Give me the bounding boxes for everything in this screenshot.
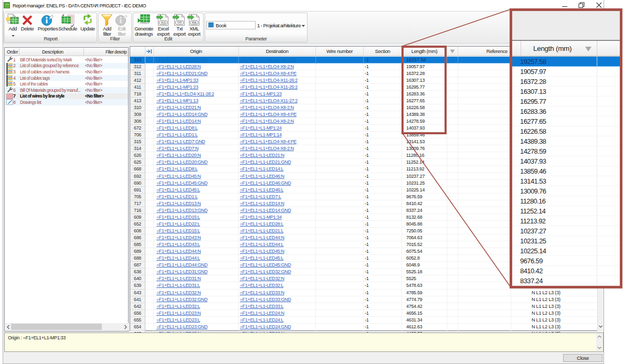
svg-text:TXT: TXT xyxy=(177,21,183,24)
svg-text:XML: XML xyxy=(192,21,197,24)
svg-text:XLS: XLS xyxy=(161,21,166,24)
